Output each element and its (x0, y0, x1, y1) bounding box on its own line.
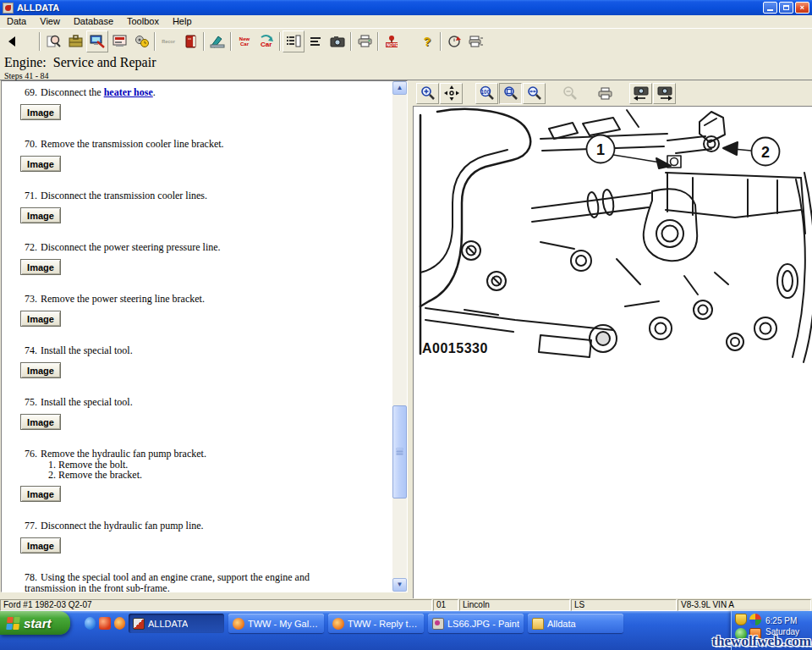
previous-image-button[interactable] (629, 83, 652, 104)
image-button[interactable]: Image (20, 104, 61, 120)
pan-button[interactable] (440, 83, 463, 104)
task-paint[interactable]: LS66.JPG - Paint (428, 614, 524, 633)
figure-label: A0015330 (422, 341, 488, 355)
search-button[interactable] (42, 30, 64, 52)
images-button[interactable] (326, 30, 348, 52)
new-car-icon: New Car (236, 36, 253, 47)
scroll-up-button[interactable]: ▲ (392, 81, 407, 95)
folder-task-icon (532, 618, 544, 630)
step-instruction: Disconnect the (41, 86, 104, 98)
heater-hose-link[interactable]: heater hose (104, 86, 153, 98)
image-button[interactable]: Image (20, 414, 61, 430)
record-button[interactable]: Recor (157, 30, 179, 52)
security-shield-icon[interactable] (735, 614, 747, 625)
step-item: 69.Disconnect the heater hose. Image (2, 87, 392, 120)
tsb-icon (112, 35, 127, 47)
help-button[interactable]: ? (416, 30, 438, 52)
taskbar: start ALLDATA TWW - My Gallery - M... TW… (0, 611, 812, 650)
step-item: 76.Remove the hydraulic fan pump bracket… (2, 449, 392, 502)
menu-help[interactable]: Help (166, 15, 199, 28)
step-item: 74.Install the special tool. Image (2, 345, 392, 378)
status-code: 01 (433, 599, 458, 611)
image-toolbar: 100 (413, 80, 812, 106)
zoom-fit-button[interactable] (499, 83, 522, 104)
image-button[interactable]: Image (20, 259, 61, 275)
paint-body-icon (210, 35, 225, 48)
menu-database[interactable]: Database (67, 15, 120, 28)
image-button[interactable]: Image (20, 207, 61, 223)
step-number: 69. (25, 87, 41, 98)
tsb-button[interactable] (108, 30, 130, 52)
close-button[interactable]: × (795, 2, 809, 14)
text-view-button[interactable] (304, 30, 326, 52)
next-image-button[interactable] (653, 83, 676, 104)
service-intervals-button[interactable] (130, 30, 152, 52)
zoom-width-button[interactable] (523, 83, 546, 104)
search-icon (47, 34, 61, 48)
page-title: Engine: Service and Repair (4, 55, 812, 70)
change-vehicle-button[interactable]: Car (255, 30, 277, 52)
image-button[interactable]: Image (20, 537, 61, 554)
vertical-scrollbar[interactable]: ▲ ▼ (392, 81, 407, 592)
change-vehicle-icon: Car (259, 35, 274, 48)
minimize-button[interactable] (763, 2, 777, 14)
internet-explorer-icon[interactable] (85, 617, 96, 630)
paint-task-icon (432, 618, 444, 630)
menu-data[interactable]: Data (0, 15, 33, 28)
task-tww-gallery[interactable]: TWW - My Gallery - M... (228, 614, 324, 633)
step-item: 72.Disconnect the power steering pressur… (2, 242, 392, 275)
quick-launch (78, 614, 125, 632)
step-number: 74. (25, 345, 41, 356)
print-button[interactable] (354, 30, 376, 52)
zoom-in-button[interactable] (416, 83, 439, 104)
history-button[interactable] (443, 30, 465, 52)
step-number: 77. (25, 521, 41, 532)
content-area: 69.Disconnect the heater hose. Image 70.… (0, 80, 812, 598)
firefox-task-icon (233, 618, 244, 630)
vehicle-kit-button[interactable] (64, 30, 86, 52)
menu-toolbox[interactable]: Toolbox (120, 15, 166, 28)
paint-body-button[interactable] (206, 30, 228, 52)
title-bar[interactable]: ALLDATA × (0, 0, 812, 15)
scrollbar-thumb[interactable] (392, 405, 407, 499)
messenger-icon[interactable] (749, 614, 761, 625)
article-list-button[interactable] (283, 30, 304, 52)
svg-text:100: 100 (480, 89, 490, 95)
zoom-100-button[interactable]: 100 (475, 83, 498, 104)
svg-text:NOTE: NOTE (387, 42, 399, 47)
next-image-icon (656, 85, 673, 101)
notes-button[interactable]: NOTE (381, 30, 403, 52)
zoom-100-icon: 100 (479, 85, 496, 101)
print-setup-button[interactable] (465, 30, 487, 52)
task-buttons: ALLDATA TWW - My Gallery - M... TWW - Re… (129, 614, 623, 633)
library-button[interactable] (179, 30, 201, 52)
menu-view[interactable]: View (33, 15, 67, 28)
firefox-icon[interactable] (114, 617, 125, 630)
image-button[interactable]: Image (20, 311, 61, 327)
restore-button[interactable] (779, 2, 793, 14)
print-image-button[interactable] (594, 83, 617, 104)
task-alldata-folder[interactable]: Alldata (528, 614, 623, 633)
image-button[interactable]: Image (20, 156, 61, 172)
step-item: 71.Disconnect the transmission cooler li… (2, 190, 392, 223)
step-instruction: Disconnect the transmission cooler lines… (41, 190, 207, 201)
task-alldata[interactable]: ALLDATA (129, 614, 224, 633)
status-make: Lincoln (459, 599, 570, 611)
scroll-down-button[interactable]: ▼ (392, 578, 407, 592)
firefox-task-icon (332, 618, 344, 630)
media-player-icon[interactable] (99, 617, 110, 630)
start-button[interactable]: start (0, 611, 70, 635)
step-item: 73.Remove the power steering line bracke… (2, 294, 392, 327)
procedure-pane: 69.Disconnect the heater hose. Image 70.… (1, 80, 408, 592)
diagnostics-button[interactable] (86, 30, 108, 52)
vehicle-kit-icon (69, 35, 83, 47)
image-button[interactable]: Image (20, 486, 61, 502)
menu-bar: Data View Database Toolbox Help (0, 15, 812, 28)
back-button[interactable] (2, 30, 24, 52)
step-number: 72. (25, 242, 41, 253)
task-tww-reply[interactable]: TWW - Reply to Topic... (328, 614, 424, 633)
new-car-button[interactable]: New Car (233, 30, 255, 52)
start-label: start (24, 616, 52, 631)
steps-list: 69.Disconnect the heater hose. Image 70.… (2, 81, 392, 592)
image-button[interactable]: Image (20, 362, 61, 378)
